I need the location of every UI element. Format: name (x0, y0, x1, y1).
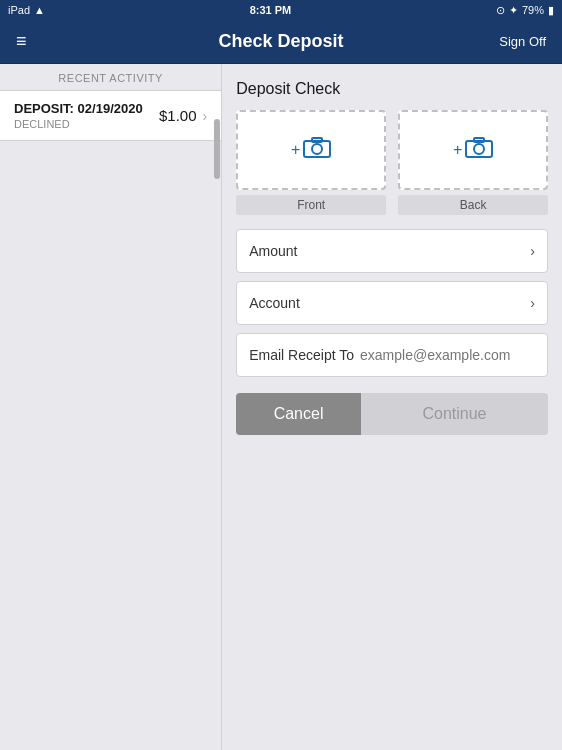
camera-row: + Front + (236, 110, 548, 215)
nav-bar: ≡ Check Deposit Sign Off (0, 20, 562, 64)
email-input[interactable] (360, 347, 535, 363)
amount-label: Amount (249, 243, 297, 259)
front-camera-label: Front (236, 195, 386, 215)
svg-point-1 (312, 144, 322, 154)
deposit-item-status: DECLINED (14, 118, 143, 130)
amount-field[interactable]: Amount › (236, 229, 548, 273)
cancel-button[interactable]: Cancel (236, 393, 361, 435)
amount-chevron-icon: › (530, 243, 535, 259)
menu-button[interactable]: ≡ (12, 27, 31, 56)
back-camera-label: Back (398, 195, 548, 215)
status-bar-time: 8:31 PM (250, 4, 292, 16)
status-bar-right: ⊙ ✦ 79% ▮ (496, 4, 554, 17)
chevron-right-icon: › (203, 108, 208, 124)
button-row: Cancel Continue (236, 393, 548, 435)
back-camera-button[interactable]: + (398, 110, 548, 190)
deposit-item-title: DEPOSIT: 02/19/2020 (14, 101, 143, 116)
battery-icon: ▮ (548, 4, 554, 17)
back-camera-icon (465, 136, 493, 164)
back-camera-box: + Back (398, 110, 548, 215)
front-camera-button[interactable]: + (236, 110, 386, 190)
deposit-date: 02/19/2020 (78, 101, 143, 116)
svg-point-4 (474, 144, 484, 154)
deposit-item-info: DEPOSIT: 02/19/2020 DECLINED (14, 101, 143, 130)
back-plus-icon: + (453, 141, 462, 159)
status-bar-left: iPad ▲ (8, 4, 45, 16)
account-label: Account (249, 295, 300, 311)
bluetooth-icon: ✦ (509, 4, 518, 17)
deposit-item-right: $1.00 › (159, 107, 207, 124)
recent-activity-label: RECENT ACTIVITY (0, 64, 221, 90)
deposit-check-title: Deposit Check (236, 80, 548, 98)
battery-label: 79% (522, 4, 544, 16)
sign-off-button[interactable]: Sign Off (495, 30, 550, 53)
page-title: Check Deposit (218, 31, 343, 52)
main-container: RECENT ACTIVITY DEPOSIT: 02/19/2020 DECL… (0, 64, 562, 750)
deposit-list-item[interactable]: DEPOSIT: 02/19/2020 DECLINED $1.00 › (0, 90, 221, 141)
front-camera-box: + Front (236, 110, 386, 215)
airplay-icon: ⊙ (496, 4, 505, 17)
front-plus-icon: + (291, 141, 300, 159)
carrier-label: iPad (8, 4, 30, 16)
account-chevron-icon: › (530, 295, 535, 311)
continue-button[interactable]: Continue (361, 393, 548, 435)
status-bar: iPad ▲ 8:31 PM ⊙ ✦ 79% ▮ (0, 0, 562, 20)
scroll-indicator (214, 119, 220, 179)
left-panel: RECENT ACTIVITY DEPOSIT: 02/19/2020 DECL… (0, 64, 222, 750)
deposit-prefix: DEPOSIT: (14, 101, 74, 116)
back-camera-icon-wrap: + (453, 136, 493, 164)
account-field[interactable]: Account › (236, 281, 548, 325)
email-row: Email Receipt To (236, 333, 548, 377)
wifi-icon: ▲ (34, 4, 45, 16)
right-panel: Deposit Check + (222, 64, 562, 750)
front-camera-icon-wrap: + (291, 136, 331, 164)
front-camera-icon (303, 136, 331, 164)
email-receipt-label: Email Receipt To (249, 347, 354, 363)
deposit-amount: $1.00 (159, 107, 197, 124)
